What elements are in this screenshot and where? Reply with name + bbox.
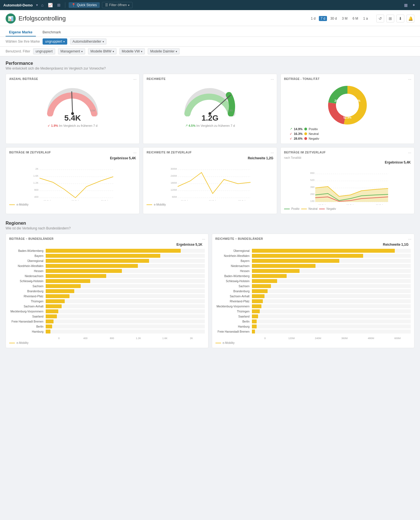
bc1-legend-line [9, 343, 15, 343]
bar-row: Saarland [9, 314, 205, 318]
gauge-2-pct: 4.5% [189, 124, 196, 127]
bar-track [46, 325, 205, 328]
filter-bar-1: Wählen Sie Ihre Marke ungruppiert ▾ Auto… [0, 37, 420, 47]
filter-chip-modelle-vw[interactable]: Modelle VW ▾ [119, 48, 145, 54]
bar-fill [252, 269, 300, 273]
legend-negativ-label: Negativ [309, 137, 319, 140]
bar-fill [252, 319, 257, 323]
time-3m[interactable]: 3 M [340, 16, 349, 21]
bar-row: Nordrhein-Westfalen [9, 264, 205, 268]
bar-track [46, 294, 205, 298]
svg-point-9 [337, 95, 358, 116]
bar-label: Niedersachsen [9, 275, 46, 278]
bar-label: Rheinland-Pfalz [9, 295, 46, 298]
bar-fill [252, 279, 277, 283]
tab-eigene-marke[interactable]: Eigene Marke [6, 28, 36, 36]
bar-track [46, 259, 205, 263]
time-7d[interactable]: 7 d [319, 16, 327, 21]
alert-button[interactable]: 🔔 [407, 15, 414, 22]
gauge-1-arrow: ↙ [48, 124, 50, 127]
filter-open-button[interactable]: ☰ Filter öffnen ▾ [102, 2, 133, 8]
chart-icon[interactable]: 📈 [47, 2, 54, 8]
main-content: Performance Wie entwickelt sich die Medi… [0, 56, 420, 356]
bar-label: Nordrhein-Westfalen [215, 254, 252, 257]
svg-text:1.6K: 1.6K [33, 174, 39, 177]
bar-fill [46, 325, 52, 328]
card-menu-3[interactable]: ··· [408, 77, 411, 81]
download-button[interactable]: ⬇ [396, 15, 404, 22]
gauge-1-svg: 5.5K [45, 86, 101, 116]
time-6m[interactable]: 6 M [351, 16, 360, 21]
bc1-footer: e-Mobility [9, 341, 205, 344]
time-1a[interactable]: 1 a [361, 16, 370, 21]
bar-track [46, 289, 205, 293]
bar-row: Brandenburg [9, 289, 205, 293]
card-title-3: BEITRÄGE - TONALITÄT [284, 77, 411, 80]
filter-chip-modelle-daimler[interactable]: Modelle Daimler ▾ [148, 48, 180, 54]
header-icons: ↺ ⊞ ⬇ 🔔 [376, 15, 414, 22]
bar-fill [252, 299, 263, 303]
bar-track [252, 309, 411, 313]
chip2-label-2: Management [61, 49, 80, 53]
location-icon: 📍 [71, 3, 76, 7]
gauge-1-pct: 1.9% [51, 124, 58, 127]
card-menu-2[interactable]: ··· [271, 77, 274, 81]
bar-row: Überregional [215, 249, 411, 253]
svg-text:400: 400 [34, 195, 38, 198]
card-menu-lc1[interactable]: ··· [133, 150, 137, 155]
brand-dropdown-icon[interactable]: ▾ [36, 3, 38, 7]
svg-text:1.2G: 1.2G [228, 109, 233, 112]
svg-text:29 Feb: 29 Feb [376, 204, 384, 205]
time-30d[interactable]: 30 d [329, 16, 338, 21]
bar-fill [252, 309, 260, 313]
bar-track [252, 325, 411, 328]
grid-icon[interactable]: ⊞ [56, 2, 62, 8]
card-tonalitaet-zeitverlauf: BEITRÄGE IM ZEITVERLAUF ··· nach Tonalit… [280, 147, 414, 214]
bc1-title: BEITRÄGE – BUNDESLÄNDER [9, 237, 205, 240]
tab-benchmark[interactable]: Benchmark [39, 28, 64, 36]
bar-track [46, 264, 205, 268]
bc2-legend-line [215, 343, 221, 343]
lc3-legend-positiv-label: Positiv [291, 207, 300, 210]
gauge-1-change: ↙ 1.9% Im Vergleich zu früheren 7 d [48, 124, 98, 127]
page-title: Erfolgscontrolling [18, 15, 66, 22]
filter-chip-automobilhersteller[interactable]: Automobilhersteller ▾ [70, 38, 106, 45]
refresh-button[interactable]: ↺ [376, 15, 384, 22]
bc1-legend-label: e-Mobility [17, 341, 29, 344]
bar-label: Saarland [9, 315, 46, 318]
lc3-svg: 130 260 390 520 650 23 Feb 26 Feb [284, 165, 411, 205]
legend-positiv-pct: 14.9% [294, 127, 303, 131]
bar-row: Berlin [9, 325, 205, 328]
filter-chip-ungruppiert[interactable]: ungruppiert ▾ [43, 38, 67, 45]
bar-track [46, 314, 205, 318]
home-icon[interactable]: ⌂ [40, 2, 45, 8]
card-menu-1[interactable]: ··· [133, 77, 137, 81]
chip2-label-3: Modelle BMW [91, 49, 112, 53]
time-1d[interactable]: 1 d [309, 16, 317, 21]
bar-label: Überregional [215, 249, 252, 252]
bar-row: Sachsen [215, 284, 411, 288]
bar-track [46, 309, 205, 313]
bc1-xaxis: 0 400 800 1.2K 1.6K 2K [9, 337, 205, 340]
page-header: 📊 Erfolgscontrolling 1 d 7 d 30 d 3 M 6 … [0, 10, 420, 26]
bar-fill [252, 264, 315, 268]
card-menu-lc2[interactable]: ··· [271, 150, 274, 155]
gauge-1-value: 5.4K [64, 114, 81, 123]
settings-icon[interactable]: ✦ [411, 2, 417, 8]
table-icon[interactable]: ▦ [403, 2, 409, 8]
filter-chip-ungruppiert-2[interactable]: ungruppiert [33, 48, 55, 54]
card-menu-lc3[interactable]: ··· [408, 150, 411, 155]
filter-chip-management[interactable]: Management ▾ [58, 48, 85, 54]
filter-chip-modelle-bmw[interactable]: Modelle BMW ▾ [88, 48, 117, 54]
quick-stories-button[interactable]: 📍 Quick Stories [69, 2, 99, 8]
regions-title: Regionen [6, 221, 414, 226]
grid-view-button[interactable]: ⊞ [386, 15, 394, 22]
bar-fill [46, 299, 65, 303]
bar-label: Schleswig-Holstein [215, 280, 252, 283]
bar-track [252, 289, 411, 293]
card-menu-bc1[interactable]: ··· [202, 237, 205, 241]
card-menu-bc2[interactable]: ··· [408, 237, 411, 241]
line-charts-row: BEITRÄGE IM ZEITVERLAUF ··· Ergebnisse 5… [6, 147, 414, 214]
chip-label-2: Automobilhersteller [73, 40, 101, 43]
nav-right-icons: ▦ ✦ [403, 2, 417, 8]
